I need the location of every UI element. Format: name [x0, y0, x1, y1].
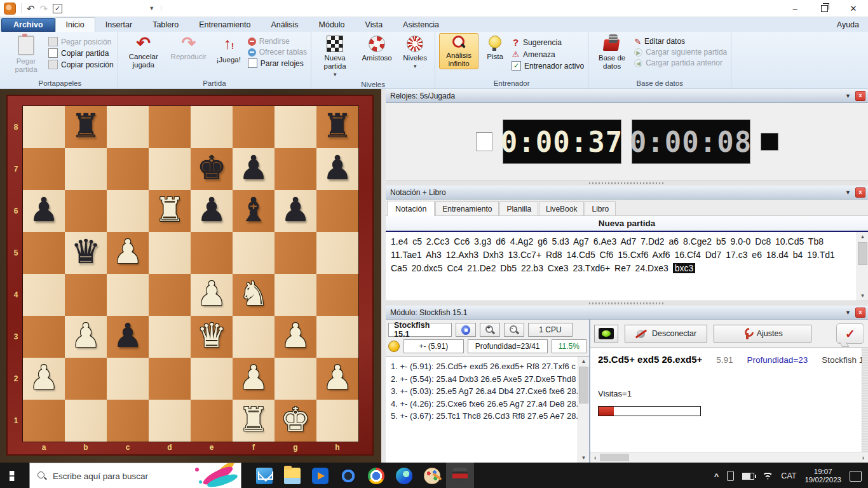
tab-insertar[interactable]: Insertar: [95, 18, 142, 32]
mail-taskbar-button[interactable]: [250, 463, 278, 488]
checkbox-icon[interactable]: ✓: [53, 4, 62, 13]
square-c6[interactable]: [107, 190, 149, 232]
square-f1[interactable]: ♜: [233, 400, 275, 442]
add-line-button[interactable]: +: [480, 323, 500, 337]
square-f2[interactable]: ♟: [233, 358, 275, 400]
niveles-button[interactable]: Niveles ▼: [399, 33, 431, 72]
engine-name-button[interactable]: Stockfish 15.1: [388, 323, 452, 337]
scroll-up-icon[interactable]: ▲: [860, 232, 865, 241]
square-a3[interactable]: [23, 316, 65, 358]
juega-button[interactable]: ↑! ¡Juega!: [212, 33, 245, 65]
current-move[interactable]: bxc3: [673, 263, 696, 273]
black-clock-indicator[interactable]: [761, 133, 778, 151]
engine-right-scroll-track[interactable]: [862, 348, 868, 452]
square-c4[interactable]: [107, 274, 149, 316]
pegar-posicion-button[interactable]: Pegar posición: [48, 37, 114, 46]
white-rook-d6[interactable]: ♜: [149, 190, 191, 232]
black-queen-b5[interactable]: ♛: [65, 232, 107, 274]
panel-splitter[interactable]: [386, 180, 868, 186]
square-d7[interactable]: [149, 148, 191, 190]
square-h1[interactable]: [316, 400, 358, 442]
square-d2[interactable]: [149, 358, 191, 400]
engine-line-4[interactable]: 4. +- (4.26): 25.Cxe6 fxe6 26.e5 Ag7 27.…: [391, 398, 576, 410]
square-a6[interactable]: ♟: [23, 190, 65, 232]
phone-icon[interactable]: [727, 471, 734, 481]
white-knight-f4[interactable]: ♞: [233, 274, 275, 316]
square-b7[interactable]: [65, 148, 107, 190]
white-pawn-h2[interactable]: ♟: [316, 358, 358, 400]
notation-tab-libro[interactable]: Libro: [585, 201, 616, 215]
board-grid[interactable]: ♜♜♚♟♟♟♜♟♝♟♛♟♟♞♟♟♛♟♟♟♟♜♚: [23, 106, 358, 442]
scroll-thumb[interactable]: [579, 367, 588, 403]
rendirse-button[interactable]: Rendirse: [248, 37, 307, 46]
tab-vista[interactable]: Vista: [355, 18, 393, 32]
black-king-e7[interactable]: ♚: [191, 148, 233, 190]
black-pawn-g6[interactable]: ♟: [275, 190, 316, 232]
tray-chevron-icon[interactable]: ^: [714, 471, 719, 481]
notation-scrollbar[interactable]: ▲ ▼: [857, 232, 868, 301]
redo-icon[interactable]: ↷: [40, 4, 48, 13]
movies-taskbar-button[interactable]: [306, 463, 334, 488]
square-a8[interactable]: [23, 106, 65, 148]
square-g4[interactable]: [275, 274, 316, 316]
editar-datos-button[interactable]: ✎ Editar datos: [634, 37, 727, 46]
wifi-icon[interactable]: [763, 472, 773, 480]
square-c5[interactable]: ♟: [107, 232, 149, 274]
scroll-down-icon[interactable]: ▼: [860, 291, 865, 301]
square-g7[interactable]: [275, 148, 316, 190]
square-e6[interactable]: ♟: [191, 190, 233, 232]
square-c8[interactable]: [107, 106, 149, 148]
amistoso-button[interactable]: Amistoso: [357, 33, 397, 64]
copiar-posicion-button[interactable]: Copiar posición: [48, 60, 114, 69]
black-pawn-c3[interactable]: ♟: [107, 316, 149, 358]
square-f4[interactable]: ♞: [233, 274, 275, 316]
media-taskbar-button[interactable]: [334, 463, 362, 488]
help-link[interactable]: Ayuda: [828, 18, 868, 32]
square-a2[interactable]: ♟: [23, 358, 65, 400]
notification-center-icon[interactable]: [850, 471, 862, 482]
white-rook-f1[interactable]: ♜: [233, 400, 275, 442]
square-h4[interactable]: [316, 274, 358, 316]
cargar-siguiente-button[interactable]: ▶ Cargar siguiente partida: [634, 48, 727, 57]
square-d3[interactable]: [149, 316, 191, 358]
engine-line-2[interactable]: 2. +- (5.54): 25.a4 Dxb3 26.e5 Axe5 27.D…: [391, 373, 576, 386]
collapse-panel-icon[interactable]: ▼: [841, 309, 855, 316]
square-g5[interactable]: [275, 232, 316, 274]
square-h7[interactable]: ♟: [316, 148, 358, 190]
minimize-button[interactable]: –: [780, 0, 810, 17]
square-e7[interactable]: ♚: [191, 148, 233, 190]
square-g3[interactable]: ♟: [275, 316, 316, 358]
engine-line-5[interactable]: 5. +- (3.67): 25.Tc1 Thc8 26.Cd3 Rf8 27.…: [391, 410, 576, 423]
black-rook-h8[interactable]: ♜: [316, 106, 358, 148]
square-f3[interactable]: [233, 316, 275, 358]
close-panel-icon[interactable]: x: [855, 187, 865, 198]
base-de-datos-button[interactable]: Base de datos: [592, 33, 632, 72]
parar-relojes-checkbox[interactable]: Parar relojes: [248, 58, 307, 68]
tab-entrenamiento[interactable]: Entrenamiento: [189, 18, 261, 32]
tab-modulo[interactable]: Módulo: [309, 18, 355, 32]
square-b4[interactable]: [65, 274, 107, 316]
nueva-partida-button[interactable]: Nueva partida ▼: [315, 33, 355, 80]
white-queen-e3[interactable]: ♛: [191, 316, 233, 358]
square-e1[interactable]: [191, 400, 233, 442]
black-pawn-e6[interactable]: ♟: [191, 190, 233, 232]
notation-tab-livebook[interactable]: LiveBook: [539, 201, 584, 215]
pista-button[interactable]: Pista: [481, 33, 509, 62]
black-rook-b8[interactable]: ♜: [65, 106, 107, 148]
tab-analisis[interactable]: Análisis: [261, 18, 308, 32]
square-g8[interactable]: [275, 106, 316, 148]
square-d6[interactable]: ♜: [149, 190, 191, 232]
square-b5[interactable]: ♛: [65, 232, 107, 274]
chessbase-taskbar-button[interactable]: [446, 463, 474, 488]
square-c1[interactable]: [107, 400, 149, 442]
scroll-up-icon[interactable]: ▲: [581, 356, 587, 366]
square-c7[interactable]: [107, 148, 149, 190]
black-bishop-f6[interactable]: ♝: [233, 190, 275, 232]
scroll-right-icon[interactable]: ›: [858, 454, 868, 461]
move-list[interactable]: 1.e4 c5 2.Cc3 Cc6 3.g3 d6 4.Ag2 g6 5.d3 …: [386, 232, 857, 301]
square-d8[interactable]: [149, 106, 191, 148]
engine-led-button[interactable]: [594, 325, 618, 342]
white-king-g1[interactable]: ♚: [275, 400, 316, 442]
white-pawn-b3[interactable]: ♟: [65, 316, 107, 358]
white-pawn-a2[interactable]: ♟: [23, 358, 65, 400]
